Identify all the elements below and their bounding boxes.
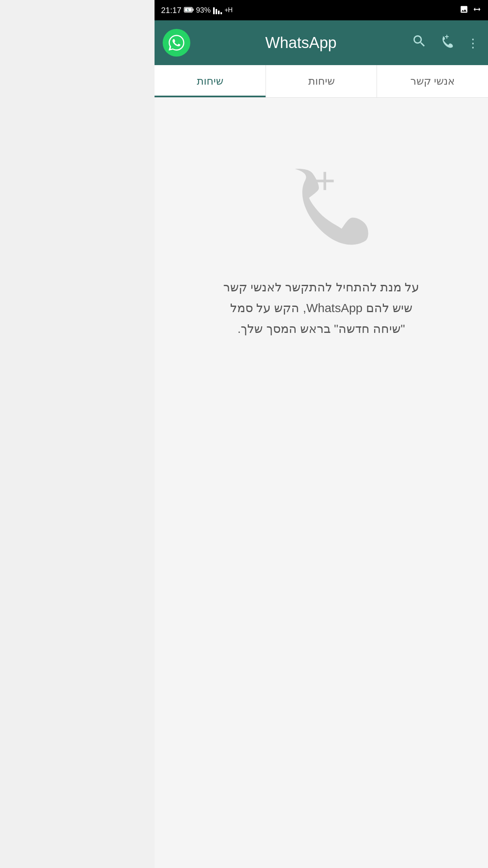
status-bar-left bbox=[460, 5, 481, 16]
empty-description-line1: על מנת להתחיל להתקשר לאנשי קשר bbox=[223, 280, 420, 294]
phone-plus-illustration: + bbox=[272, 151, 370, 248]
main-content: + על מנת להתחיל להתקשר לאנשי קשר שיש להם… bbox=[155, 98, 488, 868]
clock: 21:17 bbox=[161, 6, 181, 15]
svg-rect-1 bbox=[193, 9, 194, 11]
image-icon bbox=[460, 5, 468, 16]
svg-text:+: + bbox=[314, 160, 336, 201]
tab-chats[interactable]: שיחות bbox=[155, 65, 266, 97]
search-icon[interactable] bbox=[412, 33, 427, 52]
tabs-bar: אנשי קשר שיחות שיחות bbox=[155, 65, 488, 98]
network-type: H+ bbox=[224, 7, 232, 14]
status-bar: H+ 93% 21:17 bbox=[155, 0, 488, 20]
tab-chats-label: שיחות bbox=[197, 75, 223, 87]
menu-icon[interactable]: ⋮ bbox=[467, 40, 480, 46]
empty-state-text: על מנת להתחיל להתקשר לאנשי קשר שיש להם W… bbox=[215, 277, 428, 339]
tab-contacts[interactable]: אנשי קשר bbox=[377, 65, 488, 97]
app-bar-actions-left: ⋮ + bbox=[412, 33, 480, 53]
empty-description-line3: "שיחה חדשה" בראש המסך שלך. bbox=[237, 322, 405, 335]
tab-calls-label: שיחות bbox=[308, 75, 335, 87]
battery-percent: 93% bbox=[196, 6, 211, 15]
empty-description-line2: שיש להם WhatsApp, הקש על סמל bbox=[230, 301, 412, 315]
battery-icon bbox=[184, 6, 194, 15]
tab-contacts-label: אנשי קשר bbox=[410, 75, 455, 87]
tab-calls[interactable]: שיחות bbox=[266, 65, 377, 97]
status-bar-right: H+ 93% 21:17 bbox=[161, 6, 232, 15]
empty-state-icon: + bbox=[268, 146, 374, 252]
signal-bars bbox=[213, 6, 222, 14]
whatsapp-logo bbox=[163, 29, 190, 57]
usb-icon bbox=[473, 5, 481, 16]
app-bar: ⋮ + WhatsApp bbox=[155, 20, 488, 65]
svg-text:+: + bbox=[444, 33, 449, 41]
new-call-icon[interactable]: + bbox=[438, 33, 455, 53]
app-title: WhatsApp bbox=[190, 34, 412, 52]
